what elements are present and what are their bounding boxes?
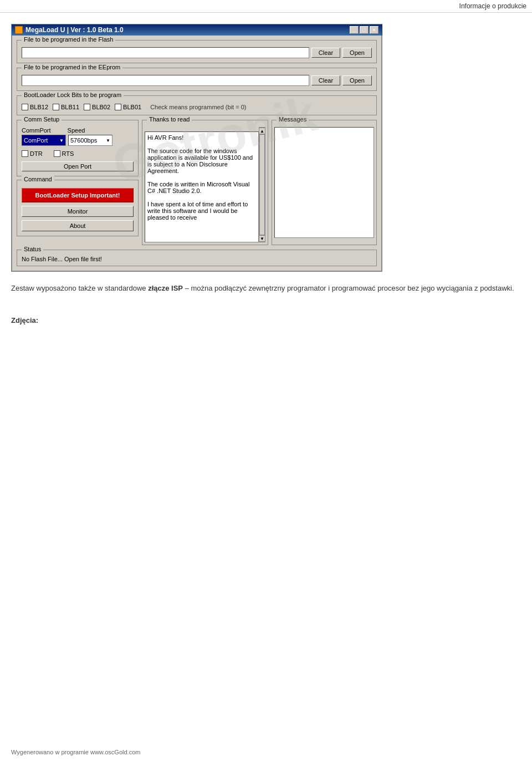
blb02-label: BLB02 bbox=[92, 104, 110, 110]
zdjecia-label: Zdjęcia: bbox=[11, 316, 521, 324]
dtr-rts-row: DTR RTS bbox=[22, 150, 134, 157]
flash-group: File to be programed in the Flash Clear … bbox=[17, 40, 377, 63]
page-text-part2: – można podłączyć zewnętrzny programator… bbox=[183, 284, 514, 292]
left-col: Comm Setup CommPort Speed ComPort ▼ 5760 bbox=[17, 120, 139, 245]
win-app-icon bbox=[15, 26, 23, 34]
speed-label: Speed bbox=[68, 127, 85, 134]
blb02-checkbox[interactable] bbox=[84, 104, 90, 110]
dtr-checkbox[interactable] bbox=[22, 150, 28, 157]
speed-value: 57600bps bbox=[70, 137, 97, 144]
footer: Wygenerowano w programie www.oscGold.com bbox=[11, 749, 140, 755]
blb11-label: BLB11 bbox=[61, 104, 79, 110]
bits-row: BLB12 BLB11 BLB02 BLB01 Check means pr bbox=[22, 104, 372, 110]
status-group: Status No Flash File... Open file first! bbox=[17, 250, 377, 266]
eeprom-group-title: File to be programed in the EEprom bbox=[22, 64, 122, 70]
three-col: Comm Setup CommPort Speed ComPort ▼ 5760 bbox=[17, 120, 377, 245]
comm-selects: ComPort ▼ 57600bps ▼ bbox=[22, 135, 134, 146]
commport-value: ComPort bbox=[24, 137, 48, 144]
eeprom-file-input[interactable] bbox=[22, 75, 309, 86]
open-port-button[interactable]: Open Port bbox=[22, 161, 134, 171]
about-button[interactable]: About bbox=[22, 220, 134, 231]
win-titlebar: MegaLoad U | Ver : 1.0 Beta 1.0 _ □ × bbox=[11, 24, 382, 35]
bootloader-group-title: BootLoader Lock Bits to be program bbox=[22, 92, 124, 98]
rts-checkbox[interactable] bbox=[54, 150, 60, 157]
minimize-button[interactable]: _ bbox=[350, 26, 359, 34]
bit-blb02: BLB02 bbox=[84, 104, 110, 110]
page-text-part1: Zestaw wyposażono także w standardowe bbox=[11, 284, 148, 292]
win-controls: _ □ × bbox=[350, 26, 378, 34]
flash-clear-button[interactable]: Clear bbox=[311, 48, 340, 58]
eeprom-open-button[interactable]: Open bbox=[342, 75, 372, 85]
commport-select[interactable]: ComPort ▼ bbox=[22, 135, 66, 146]
blb12-checkbox[interactable] bbox=[22, 104, 28, 110]
thanks-group: Thanks to read ▲ ▼ bbox=[142, 120, 268, 245]
bits-note: Check means programmed (bit = 0) bbox=[150, 104, 246, 110]
flash-input-row: Clear Open bbox=[22, 47, 372, 58]
commport-arrow-icon: ▼ bbox=[59, 138, 64, 143]
command-group: Command BootLoader Setup Important! Moni… bbox=[17, 180, 139, 236]
monitor-button[interactable]: Monitor bbox=[22, 206, 134, 217]
command-title: Command bbox=[22, 176, 54, 182]
rts-item: RTS bbox=[54, 150, 74, 157]
eeprom-input-row: Clear Open bbox=[22, 75, 372, 86]
blb12-label: BLB12 bbox=[30, 104, 48, 110]
bit-blb01: BLB01 bbox=[115, 104, 141, 110]
scrollbar-thumb[interactable] bbox=[259, 134, 265, 235]
dtr-item: DTR bbox=[22, 150, 43, 157]
flash-group-title: File to be programed in the Flash bbox=[22, 36, 115, 43]
footer-text: Wygenerowano w programie www.oscGold.com bbox=[11, 749, 140, 755]
thanks-scrollbar[interactable]: ▲ ▼ bbox=[259, 127, 265, 242]
commport-label: CommPort bbox=[22, 127, 51, 134]
thanks-title: Thanks to read bbox=[147, 116, 192, 123]
main-content: MegaLoad U | Ver : 1.0 Beta 1.0 _ □ × Fi… bbox=[0, 13, 532, 336]
speed-select[interactable]: 57600bps ▼ bbox=[68, 135, 112, 146]
scrollbar-down-icon[interactable]: ▼ bbox=[259, 235, 265, 242]
eeprom-group: File to be programed in the EEprom Clear… bbox=[17, 68, 377, 91]
blb11-checkbox[interactable] bbox=[53, 104, 59, 110]
application-window: MegaLoad U | Ver : 1.0 Beta 1.0 _ □ × Fi… bbox=[11, 24, 382, 272]
thanks-inner: ▲ ▼ bbox=[145, 127, 265, 242]
bootloader-setup-button[interactable]: BootLoader Setup Important! bbox=[22, 188, 134, 202]
close-button[interactable]: × bbox=[370, 26, 378, 34]
comm-setup-group: Comm Setup CommPort Speed ComPort ▼ 5760 bbox=[17, 120, 139, 176]
rts-label: RTS bbox=[62, 150, 74, 157]
top-bar: Informacje o produkcie bbox=[0, 0, 532, 13]
flash-file-input[interactable] bbox=[22, 47, 309, 58]
thanks-textarea[interactable] bbox=[145, 131, 259, 242]
messages-title: Messages bbox=[277, 116, 309, 123]
maximize-button[interactable]: □ bbox=[360, 26, 369, 34]
win-title: MegaLoad U | Ver : 1.0 Beta 1.0 bbox=[25, 26, 124, 34]
blb01-checkbox[interactable] bbox=[115, 104, 121, 110]
top-bar-label: Informacje o produkcie bbox=[459, 2, 526, 10]
status-title: Status bbox=[22, 246, 43, 252]
comm-labels: CommPort Speed bbox=[22, 127, 134, 134]
flash-open-button[interactable]: Open bbox=[342, 48, 372, 58]
status-text: No Flash File... Open file first! bbox=[22, 256, 372, 262]
page-description: Zestaw wyposażono także w standardowe zł… bbox=[11, 283, 521, 294]
blb01-label: BLB01 bbox=[123, 104, 141, 110]
dtr-label: DTR bbox=[30, 150, 43, 157]
page-text-bold: złącze ISP bbox=[148, 284, 183, 292]
win-body: File to be programed in the Flash Clear … bbox=[11, 35, 382, 272]
titlebar-left: MegaLoad U | Ver : 1.0 Beta 1.0 bbox=[15, 26, 124, 34]
messages-group: Messages bbox=[272, 120, 377, 245]
speed-arrow-icon: ▼ bbox=[106, 138, 110, 143]
eeprom-clear-button[interactable]: Clear bbox=[311, 75, 340, 85]
bit-blb11: BLB11 bbox=[53, 104, 79, 110]
messages-area bbox=[274, 127, 374, 238]
scrollbar-up-icon[interactable]: ▲ bbox=[259, 128, 265, 134]
bootloader-group: BootLoader Lock Bits to be program BLB12… bbox=[17, 95, 377, 115]
comm-setup-title: Comm Setup bbox=[22, 116, 62, 123]
bit-blb12: BLB12 bbox=[22, 104, 48, 110]
